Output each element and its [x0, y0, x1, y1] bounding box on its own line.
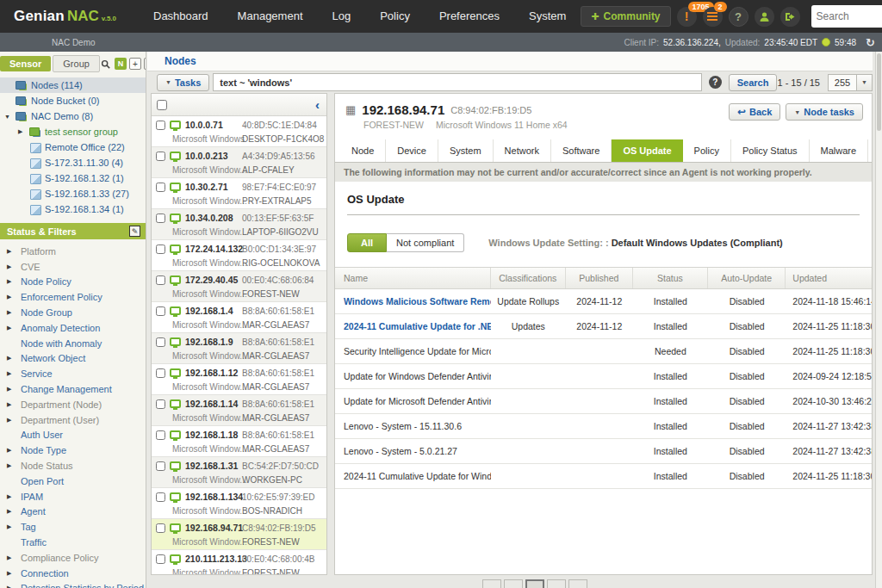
node-ip[interactable]: 10.0.0.213	[185, 151, 228, 161]
node-ip[interactable]: 192.168.1.18	[185, 430, 238, 440]
node-row[interactable]: 10.30.2.71 98:E7:F4:EC:E0:97 Microsoft W…	[152, 178, 326, 209]
node-row[interactable]: 172.24.14.132 B0:0C:D1:34:3E:97 Microsof…	[152, 240, 326, 271]
detail-tab[interactable]: Node	[340, 139, 386, 162]
filter-expand-arrow-icon[interactable]	[7, 447, 21, 454]
column-header-status[interactable]: Status	[633, 268, 708, 288]
filter-item[interactable]: Node Policy	[0, 275, 146, 290]
node-row[interactable]: 172.29.40.45 00:E0:4C:68:06:84 Microsoft…	[152, 271, 326, 302]
filter-expand-arrow-icon[interactable]	[7, 493, 21, 500]
task-queue-icon[interactable]: 2	[703, 7, 723, 27]
filter-item[interactable]: Connection	[0, 566, 146, 581]
filter-item[interactable]: Auth User	[0, 428, 146, 443]
detail-tab[interactable]: OS Update	[612, 139, 682, 162]
tree-item[interactable]: S-192.168.1.33 (27)	[0, 186, 146, 201]
detail-tab[interactable]: Logs	[868, 139, 873, 162]
node-checkbox[interactable]	[156, 183, 165, 192]
detail-tab[interactable]: System	[438, 139, 494, 162]
filter-expand-arrow-icon[interactable]	[7, 554, 21, 561]
filter-item[interactable]: Detection Statistics by Period	[0, 581, 146, 588]
tree-search-icon[interactable]	[100, 58, 112, 70]
node-row[interactable]: 192.168.1.134 10:62:E5:97:39:ED Microsof…	[152, 488, 326, 519]
filter-all-button[interactable]: All	[347, 233, 387, 252]
tree-item[interactable]: Remote Office (22)	[0, 139, 146, 155]
column-header-name[interactable]: Name	[335, 268, 491, 288]
community-button[interactable]: ✚ Community	[581, 6, 670, 27]
node-checkbox[interactable]	[156, 430, 165, 440]
filter-item[interactable]: Anomaly Detection	[0, 320, 146, 336]
alerts-icon[interactable]: ! 1705	[677, 7, 697, 27]
node-checkbox[interactable]	[156, 492, 165, 502]
column-header-updated[interactable]: Updated	[786, 268, 872, 288]
filter-expand-arrow-icon[interactable]	[7, 508, 21, 515]
detail-tab[interactable]: Policy Status	[731, 139, 810, 162]
page-next-button[interactable]	[547, 579, 566, 588]
filter-item[interactable]: Network Object	[0, 351, 146, 367]
node-ip[interactable]: 172.24.14.132	[185, 244, 243, 254]
node-checkbox[interactable]	[156, 337, 165, 347]
node-row[interactable]: 192.168.94.71 C8:94:02:FB:19:D5 Microsof…	[152, 519, 326, 550]
page-size-dropdown[interactable]: ▼	[857, 74, 873, 91]
node-ip[interactable]: 172.29.40.45	[185, 275, 238, 285]
vertical-scrollbar[interactable]	[875, 52, 882, 588]
nav-menu-item[interactable]: Dashboard	[139, 0, 223, 33]
nav-menu-item[interactable]: System	[514, 0, 581, 33]
filter-item[interactable]: CVE	[0, 259, 146, 275]
detail-tab[interactable]: Malware	[810, 139, 869, 162]
filter-expand-arrow-icon[interactable]	[7, 462, 21, 469]
filter-item[interactable]: Traffic	[0, 535, 146, 550]
node-ip[interactable]: 10.34.0.208	[185, 213, 233, 223]
node-row[interactable]: 192.168.1.4 B8:8A:60:61:58:E1 Microsoft …	[152, 302, 326, 333]
filter-expand-arrow-icon[interactable]	[7, 386, 21, 393]
node-ip[interactable]: 210.111.213.13	[185, 554, 247, 564]
tree-item[interactable]: Node Bucket (0)	[0, 93, 146, 108]
detail-tab[interactable]: Network	[494, 139, 551, 162]
tree-item[interactable]: S-192.168.1.34 (1)	[0, 201, 146, 217]
update-name[interactable]: Lenovo - System - 15.11.30.6	[335, 421, 491, 431]
node-row[interactable]: 10.0.0.71 40:8D:5C:1E:D4:84 Microsoft Wi…	[152, 116, 326, 147]
node-checkbox[interactable]	[156, 523, 165, 533]
edit-filters-icon[interactable]: ✎	[129, 226, 140, 237]
tab-group[interactable]: Group	[53, 55, 100, 72]
node-ip[interactable]: 192.168.1.9	[185, 337, 233, 347]
tree-item[interactable]: S-192.168.1.32 (1)	[0, 170, 146, 186]
filter-item[interactable]: Agent	[0, 504, 146, 520]
node-checkbox[interactable]	[156, 275, 165, 285]
filter-item[interactable]: Platform	[0, 244, 146, 259]
page-first-button[interactable]	[482, 579, 501, 588]
page-size-value[interactable]: 255	[828, 74, 857, 91]
filter-expand-arrow-icon[interactable]	[7, 585, 21, 588]
filter-item[interactable]: Department (Node)	[0, 397, 146, 412]
help-icon[interactable]: ?	[729, 7, 748, 27]
refresh-icon[interactable]: ↻	[866, 36, 875, 49]
filter-item[interactable]: Node with Anomaly	[0, 336, 146, 351]
node-checkbox[interactable]	[156, 306, 165, 316]
filter-item[interactable]: Change Management	[0, 381, 146, 397]
column-header-published[interactable]: Published	[566, 268, 633, 288]
filter-item[interactable]: Department (User)	[0, 412, 146, 428]
filter-expand-arrow-icon[interactable]	[7, 401, 21, 408]
tree-item[interactable]: S-172.31.11.30 (4)	[0, 155, 146, 170]
expand-arrow-icon[interactable]	[4, 114, 16, 120]
node-checkbox[interactable]	[156, 461, 165, 471]
filter-not-compliant-button[interactable]: Not compliant	[387, 233, 464, 252]
nav-menu-item[interactable]: Log	[318, 0, 366, 33]
select-all-checkbox[interactable]	[157, 100, 167, 110]
node-row[interactable]: 192.168.1.18 B8:8A:60:61:58:E1 Microsoft…	[152, 426, 326, 457]
node-ip[interactable]: 10.0.0.71	[185, 120, 223, 130]
tasks-dropdown-button[interactable]: ▼ Tasks	[157, 74, 209, 91]
node-ip[interactable]: 192.168.1.4	[185, 306, 233, 316]
detail-tab[interactable]: Software	[551, 139, 612, 162]
node-ip[interactable]: 192.168.94.71	[185, 523, 243, 533]
nav-menu-item[interactable]: Management	[223, 0, 318, 33]
filter-expand-arrow-icon[interactable]	[7, 355, 21, 362]
filter-item[interactable]: Open Port	[0, 473, 146, 489]
filter-item[interactable]: Enforcement Policy	[0, 289, 146, 305]
filter-expand-arrow-icon[interactable]	[7, 309, 21, 316]
page-prev-button[interactable]	[504, 579, 523, 588]
logout-icon[interactable]	[780, 7, 800, 27]
nav-menu-item[interactable]: Policy	[365, 0, 425, 33]
node-ip[interactable]: 10.30.2.71	[185, 182, 228, 192]
page-current-button[interactable]	[525, 579, 544, 588]
update-name[interactable]: Windows Malicious Software Removal T...	[335, 296, 491, 306]
node-row[interactable]: 192.168.1.31 BC:54:2F:D7:50:CD Microsoft…	[152, 457, 326, 488]
